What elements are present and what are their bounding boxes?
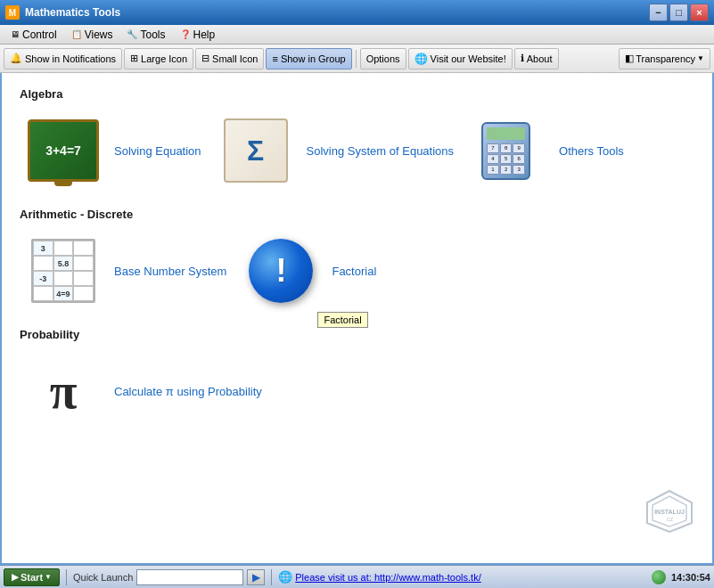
- minimize-button[interactable]: −: [649, 4, 668, 21]
- calc-screen: [487, 127, 525, 140]
- chalkboard-icon: 3+4=7: [28, 119, 99, 182]
- menu-tools[interactable]: 🔧 Tools: [119, 27, 172, 43]
- transparency-button[interactable]: ◧ Transparency ▼: [619, 48, 710, 69]
- calculate-pi-item[interactable]: π Calculate π using Probability: [20, 352, 266, 430]
- app-title: Mathematics Tools: [25, 6, 649, 19]
- start-icon: ▶: [12, 572, 19, 582]
- grid-cell: [73, 241, 94, 256]
- start-button[interactable]: ▶ Start ▼: [4, 568, 60, 586]
- arithmetic-tools-grid: 3 5.8 -3 4=9 Base Number System: [20, 232, 694, 310]
- menu-control[interactable]: 🖥 Control: [4, 27, 64, 43]
- others-tools-item[interactable]: 7 8 9 4 5 6 1 2 3: [464, 111, 643, 190]
- notifications-icon: 🔔: [10, 53, 22, 64]
- quick-launch-input[interactable]: [136, 569, 243, 585]
- globe-taskbar-icon: 🌐: [278, 570, 292, 584]
- grid-cell: [73, 271, 94, 286]
- probability-tools-grid: π Calculate π using Probability: [20, 352, 694, 430]
- svg-text:INSTALUJ: INSTALUJ: [654, 509, 685, 515]
- grid-cell: [33, 286, 53, 301]
- large-icon-icon: ⊞: [130, 53, 138, 64]
- instaluj-watermark: INSTALUJ .CZ: [645, 489, 694, 536]
- taskbar-separator-1: [66, 569, 67, 585]
- grid-cell: 4=9: [53, 286, 74, 301]
- factorial-tooltip: Factorial: [317, 312, 367, 328]
- toolbar-separator-1: [356, 50, 357, 68]
- small-icon-icon: ⊟: [201, 53, 209, 64]
- arithmetic-section-title: Arithmetic - Discrete: [20, 208, 694, 221]
- toolbar: 🔔 Show in Notifications ⊞ Large Icon ⊟ S…: [0, 45, 714, 73]
- maximize-button[interactable]: □: [669, 4, 688, 21]
- menu-help[interactable]: ❓ Help: [173, 27, 223, 43]
- calc-btn: 4: [487, 154, 499, 164]
- calc-btn: 7: [487, 143, 499, 153]
- url-link[interactable]: Please visit us at: http://www.math-tool…: [295, 572, 480, 583]
- solving-equation-icon-container: 3+4=7: [23, 115, 103, 186]
- calc-btn: 1: [487, 165, 499, 175]
- taskbar-right: 14:30:54: [652, 570, 710, 584]
- content-area[interactable]: Algebra 3+4=7 Solving Equation Σ Solvi: [2, 73, 712, 563]
- quick-launch-label: Quick Launch: [73, 572, 133, 583]
- start-dropdown-icon: ▼: [45, 573, 52, 581]
- svg-text:.CZ: .CZ: [666, 517, 673, 522]
- menu-views[interactable]: 📋 Views: [64, 27, 120, 43]
- grid-cell: [53, 271, 74, 286]
- dropdown-arrow-icon: ▼: [697, 54, 704, 62]
- grid-cell: [33, 256, 53, 271]
- grid-cell: -3: [33, 271, 53, 286]
- solving-system-item[interactable]: Σ Solving System of Equations: [212, 111, 457, 190]
- probability-section-title: Probability: [20, 328, 694, 341]
- solving-system-label: Solving System of Equations: [307, 144, 454, 158]
- calc-buttons: 7 8 9 4 5 6 1 2 3: [487, 143, 525, 175]
- instaluj-logo-svg: INSTALUJ .CZ: [645, 489, 694, 534]
- small-icon-button[interactable]: ⊟ Small Icon: [195, 48, 264, 69]
- sigma-icon: Σ: [224, 118, 288, 183]
- about-icon: ℹ: [521, 53, 524, 64]
- go-arrow-icon: ▶: [252, 571, 260, 584]
- show-notifications-button[interactable]: 🔔 Show in Notifications: [4, 48, 122, 69]
- solving-equation-item[interactable]: 3+4=7 Solving Equation: [20, 111, 205, 190]
- calculator-icon: 7 8 9 4 5 6 1 2 3: [477, 118, 539, 184]
- grid-icon: 3 5.8 -3 4=9: [31, 239, 95, 303]
- solving-equation-label: Solving Equation: [114, 144, 201, 158]
- quick-launch-go-button[interactable]: ▶: [247, 569, 265, 585]
- visit-website-button[interactable]: 🌐 Visit our Website!: [408, 48, 513, 69]
- menu-bar: 🖥 Control 📋 Views 🔧 Tools ❓ Help: [0, 25, 714, 45]
- title-bar: M Mathematics Tools − □ ×: [0, 0, 714, 25]
- grid-cell: 5.8: [53, 256, 74, 271]
- close-button[interactable]: ×: [690, 4, 709, 21]
- grid-cell: [73, 256, 94, 271]
- taskbar: ▶ Start ▼ Quick Launch ▶ 🌐 Please visit …: [0, 565, 714, 588]
- grid-cell: [53, 241, 74, 256]
- large-icon-button[interactable]: ⊞ Large Icon: [124, 48, 193, 69]
- base-number-system-item[interactable]: 3 5.8 -3 4=9 Base Number System: [20, 232, 230, 310]
- calc-btn: 8: [500, 143, 513, 153]
- calc-btn: 3: [513, 165, 525, 175]
- globe-icon: 🌐: [414, 53, 428, 65]
- calc-btn: 5: [500, 154, 513, 164]
- transparency-icon: ◧: [625, 53, 634, 64]
- grid-cell: [73, 286, 94, 301]
- base-number-label: Base Number System: [114, 265, 226, 278]
- factorial-item[interactable]: Factorial Factorial: [237, 232, 415, 310]
- pi-icon: π: [31, 359, 95, 423]
- clock: 14:30:54: [671, 572, 710, 583]
- tray-icon[interactable]: [652, 570, 666, 584]
- algebra-section-title: Algebra: [20, 87, 694, 101]
- others-tools-label: Others Tools: [559, 144, 624, 158]
- factorial-icon-container: [241, 235, 321, 306]
- algebra-tools-grid: 3+4=7 Solving Equation Σ Solving System …: [20, 111, 694, 190]
- about-button[interactable]: ℹ About: [514, 48, 559, 69]
- options-button[interactable]: Options: [360, 48, 406, 69]
- calculate-pi-label: Calculate π using Probability: [114, 385, 262, 398]
- solving-system-icon-container: Σ: [216, 115, 296, 186]
- others-tools-icon-container: 7 8 9 4 5 6 1 2 3: [468, 115, 548, 186]
- factorial-label: Factorial: [332, 265, 376, 278]
- calculate-pi-icon-container: π: [23, 355, 103, 427]
- app-icon: M: [5, 5, 20, 20]
- main-window: Algebra 3+4=7 Solving Equation Σ Solvi: [0, 73, 714, 565]
- window-controls: − □ ×: [649, 4, 709, 21]
- base-number-icon-container: 3 5.8 -3 4=9: [23, 235, 103, 306]
- calc-btn: 2: [500, 165, 513, 175]
- show-in-group-button[interactable]: ≡ Show in Group: [266, 48, 351, 69]
- taskbar-url-area: 🌐 Please visit us at: http://www.math-to…: [278, 570, 648, 584]
